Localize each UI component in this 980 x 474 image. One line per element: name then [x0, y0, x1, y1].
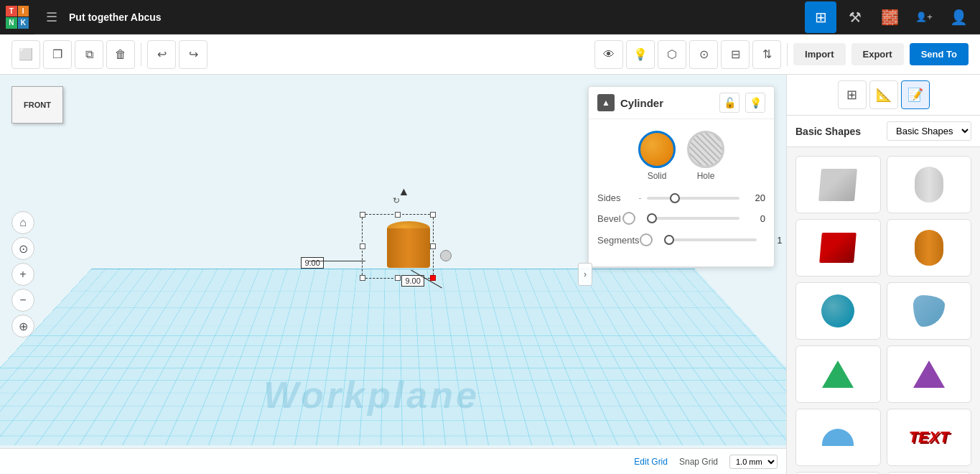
delete-tool-btn[interactable]: 🗑: [106, 40, 135, 69]
shape-card-box-red[interactable]: [795, 219, 881, 276]
tools-view-btn[interactable]: ⚒: [839, 1, 871, 33]
sides-row: Sides - 20: [597, 192, 765, 203]
hole-label: Hole: [697, 171, 715, 181]
snap-grid-label: Snap Grid: [679, 457, 718, 467]
shape-sphere-icon: [821, 294, 854, 327]
view-cube[interactable]: FRONT: [11, 86, 75, 136]
main-area: Workplane FRONT ⌂ ⊙ + − ⊕: [0, 75, 980, 474]
shape-box-red-icon: [819, 233, 857, 263]
home-view-btn[interactable]: ⌂: [11, 211, 34, 234]
shapes-title: Basic Shapes: [795, 126, 887, 137]
shape-card-sphere[interactable]: [795, 282, 881, 340]
shape-cone-icon: [913, 361, 945, 388]
prop-body: Solid Hole Sides - 20: [589, 119, 774, 266]
panel-toggle-handle[interactable]: ›: [578, 263, 592, 286]
shape-card-arch[interactable]: [795, 409, 881, 466]
camera-tool-btn[interactable]: 👁: [594, 40, 623, 69]
redo-tool-btn[interactable]: ↪: [179, 40, 207, 69]
shape-arch-icon: [822, 429, 854, 446]
prop-collapse-btn[interactable]: ▲: [597, 94, 615, 111]
zoom-in-btn[interactable]: +: [11, 263, 34, 286]
sidebar-tab-ruler[interactable]: 📐: [869, 80, 898, 109]
shape-card-orange-cylinder[interactable]: [887, 219, 972, 276]
viewport[interactable]: Workplane FRONT ⌂ ⊙ + − ⊕: [0, 75, 786, 474]
segments-slider[interactable]: [664, 238, 757, 241]
focus-view-btn[interactable]: ⊙: [11, 237, 34, 260]
target-tool-btn[interactable]: ⊙: [689, 40, 718, 69]
sidebar-tab-grid[interactable]: ⊞: [838, 80, 867, 109]
shape-card-diamond[interactable]: [795, 345, 881, 403]
light-tool-btn[interactable]: 💡: [626, 40, 655, 69]
logo-n: N: [6, 17, 17, 29]
shape-card-cone[interactable]: [887, 345, 972, 403]
edit-grid-btn[interactable]: Edit Grid: [634, 457, 668, 467]
shape-cylinder-icon: [915, 167, 943, 203]
grid-view-btn[interactable]: ⊞: [805, 1, 836, 33]
hole-option[interactable]: Hole: [687, 131, 724, 181]
hole-circle: [687, 131, 724, 168]
drag-handle[interactable]: [440, 250, 452, 261]
action-buttons: Import Export Send To: [793, 43, 969, 65]
app-logo[interactable]: T I N K: [0, 0, 34, 34]
project-title: Put together Abcus: [69, 11, 805, 23]
toolbar-divider2: [787, 43, 788, 66]
plane-tool-btn[interactable]: ⊟: [721, 40, 750, 69]
dimension-depth: 9.00: [401, 275, 424, 287]
bevel-row: Bevel 0: [597, 212, 765, 225]
bevel-slider-container: 0: [622, 212, 765, 225]
cube-front-face[interactable]: FRONT: [11, 86, 63, 124]
cylinder-body: [387, 228, 430, 268]
prop-title: Cylinder: [620, 97, 714, 109]
sendto-btn[interactable]: Send To: [910, 43, 969, 65]
shape-tool-btn[interactable]: ⬡: [658, 40, 686, 69]
dimension-width: 9.00: [301, 257, 323, 269]
shape-card-bumpy[interactable]: [887, 282, 972, 340]
shape-diamond-icon: [822, 361, 854, 388]
shape-box-icon: [818, 169, 857, 201]
shape-card-box[interactable]: [795, 156, 881, 213]
user-avatar[interactable]: 👤: [943, 1, 974, 33]
rotate-handle[interactable]: ▲: [398, 185, 409, 198]
shape-card-text3d[interactable]: TEXT: [887, 409, 972, 466]
select-tool-btn[interactable]: ⬜: [11, 40, 40, 69]
sidebar-tab-notes[interactable]: 📝: [901, 80, 930, 109]
shapes-grid: TEXT: [787, 147, 980, 474]
prop-lock-btn[interactable]: 🔓: [719, 93, 739, 113]
shape-type-options: Solid Hole: [597, 131, 765, 181]
sides-slider[interactable]: [647, 197, 739, 200]
bevel-circle-btn[interactable]: [622, 212, 635, 225]
sides-label: Sides: [597, 192, 639, 203]
mirror-tool-btn[interactable]: ⇅: [752, 40, 781, 69]
bevel-slider[interactable]: [647, 217, 739, 220]
duplicate-tool-btn[interactable]: ⧉: [75, 40, 103, 69]
zoom-out-btn[interactable]: −: [11, 289, 34, 312]
snap-grid-select[interactable]: 1.0 mm 0.5 mm 2.0 mm: [729, 455, 778, 469]
toolbar: ⬜ ❐ ⧉ 🗑 ↩ ↪ 👁 💡 ⬡ ⊙ ⊟ ⇅ Import Export Se…: [0, 34, 980, 75]
bottom-bar: Edit Grid Snap Grid 1.0 mm 0.5 mm 2.0 mm: [0, 448, 786, 474]
import-btn[interactable]: Import: [793, 43, 845, 65]
shape-text3d-icon: TEXT: [909, 428, 949, 447]
blocks-view-btn[interactable]: 🧱: [874, 1, 905, 33]
cylinder-object[interactable]: [387, 221, 430, 271]
logo-k: K: [18, 17, 29, 29]
right-sidebar: ⊞ 📐 📝 Basic Shapes Basic Shapes Text Con…: [786, 75, 980, 474]
solid-label: Solid: [648, 171, 667, 181]
settings-view-btn[interactable]: ⊕: [11, 315, 34, 338]
shapes-category-select[interactable]: Basic Shapes Text Connectors: [887, 121, 971, 141]
undo-tool-btn[interactable]: ↩: [147, 40, 176, 69]
logo-t: T: [6, 6, 17, 17]
export-btn[interactable]: Export: [851, 43, 904, 65]
property-panel: ▲ Cylinder 🔓 💡 Solid Hole: [588, 86, 775, 267]
solid-option[interactable]: Solid: [638, 131, 676, 181]
segments-value: 1: [762, 235, 783, 246]
bevel-label: Bevel: [597, 213, 622, 224]
prop-header: ▲ Cylinder 🔓 💡: [589, 87, 774, 119]
shape-card-cylinder[interactable]: [887, 156, 972, 213]
segments-circle-btn[interactable]: [640, 233, 653, 246]
sides-value: 20: [745, 192, 765, 203]
prop-light-btn[interactable]: 💡: [745, 93, 765, 113]
dim-line-w: [308, 261, 365, 261]
topbar: T I N K ☰ Put together Abcus ⊞ ⚒ 🧱 👤+ 👤: [0, 0, 980, 34]
copy-tool-btn[interactable]: ❐: [43, 40, 72, 69]
add-user-btn[interactable]: 👤+: [908, 1, 940, 33]
